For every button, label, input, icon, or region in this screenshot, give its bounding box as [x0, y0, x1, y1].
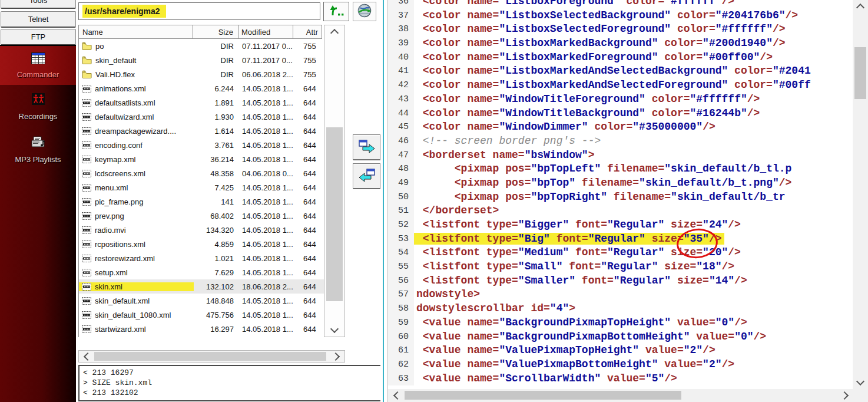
file-row[interactable]: skin_default.xml148.84814.05.2018 1...64… [79, 294, 324, 308]
remote-file-icon [82, 297, 91, 305]
code-line: 59 <value name="BackgroundPixmapTopHeigh… [388, 316, 852, 330]
panel-splitter[interactable] [380, 0, 387, 402]
file-modified: 14.05.2018 1... [240, 127, 295, 136]
editor-scroll-up-icon[interactable] [853, 0, 868, 13]
sidebar-button-tools[interactable]: Tools [1, 0, 76, 9]
file-row[interactable]: prev.png68.40214.05.2018 1...644 [79, 209, 324, 223]
code-line-text: <listfont type="Small" font="Regular" si… [414, 260, 734, 274]
file-row[interactable]: Vali.HD.flexDIR06.06.2018 2...755 [79, 67, 324, 81]
sidebar-button-telnet[interactable]: Telnet [1, 11, 76, 28]
file-row[interactable]: skin_defaultDIR07.11.2017 0...755 [79, 53, 324, 67]
code-line-text: <color name="ListboxMarkedAndSelectedFor… [414, 78, 811, 93]
editor-scroll-right-icon[interactable] [840, 391, 849, 400]
file-modified: 07.11.2017 0... [240, 42, 295, 51]
file-modified: 18.06.2018 2... [240, 282, 295, 291]
remote-file-icon [82, 325, 91, 333]
scroll-up-arrow-icon[interactable] [324, 25, 344, 38]
file-row[interactable]: defaultsatlists.xml1.89114.05.2018 1...6… [79, 95, 324, 110]
file-row[interactable]: rcpositions.xml4.85914.05.2018 1...644 [79, 237, 324, 251]
sidebar-item-mp3-playlists-label: MP3 Playlists [15, 155, 61, 164]
dancers-icon [31, 93, 46, 109]
file-row[interactable]: menu.xml7.42514.05.2018 1...644 [79, 180, 324, 195]
file-attr: 755 [295, 70, 324, 79]
column-header-modified[interactable]: Modified [238, 25, 293, 39]
file-list-vertical-scrollbar[interactable] [324, 25, 345, 337]
editor-horizontal-scrollbar[interactable] [388, 389, 868, 402]
file-name-cell-highlighted: skin.xml [79, 282, 194, 291]
file-row[interactable]: animations.xml6.24414.05.2018 1...644 [79, 81, 324, 95]
parent-directory-button[interactable] [323, 2, 349, 21]
file-row[interactable]: startwizard.xml16.29714.05.2018 1...644 [79, 322, 324, 336]
line-number: 49 [388, 176, 414, 190]
file-name-cell: defaultwizard.xml [79, 113, 194, 121]
line-number: 42 [388, 78, 414, 93]
file-row[interactable]: skin.xml132.10218.06.2018 2...644 [79, 279, 324, 294]
editor-hscroll-thumb[interactable] [405, 391, 681, 400]
file-list-horizontal-scrollbar[interactable] [78, 350, 345, 363]
file-modified: 04.06.2018 0... [240, 169, 295, 178]
file-name: skin_default.xml [95, 296, 150, 305]
file-name: prev.png [95, 212, 124, 220]
line-number: 51 [388, 204, 414, 218]
editor-vertical-scrollbar[interactable] [853, 0, 868, 389]
file-row[interactable]: defaultwizard.xml1.93014.05.2018 1...644 [79, 110, 324, 124]
file-row[interactable]: pic_frame.png14114.05.2018 1...644 [79, 195, 324, 209]
file-attr: 644 [295, 141, 324, 150]
sidebar-button-ftp[interactable]: FTP [1, 29, 76, 45]
file-row[interactable]: encoding.conf3.76114.05.2018 1...644 [79, 138, 324, 152]
code-line: 47 <borderset name="bsWindow"> [388, 149, 852, 163]
file-name: skin_default_1080.xml [95, 311, 171, 319]
remote-path-input[interactable]: /usr/share/enigma2 [78, 2, 320, 20]
line-number: 38 [388, 22, 414, 37]
code-area[interactable]: 36 <color name="ListboxForeground" color… [388, 0, 852, 389]
file-attr: 644 [295, 282, 324, 291]
sidebar-item-commander[interactable]: Commander [0, 46, 76, 85]
file-size: 148.848 [194, 296, 240, 305]
remote-file-list[interactable]: poDIR07.11.2017 0...755skin_defaultDIR07… [78, 39, 345, 337]
column-header-attr[interactable]: Attr [293, 25, 322, 39]
file-row[interactable]: setup.xml7.62914.05.2018 1...644 [79, 265, 324, 279]
sidebar-item-recordings[interactable]: Recordings [0, 85, 76, 128]
editor-scroll-down-icon[interactable] [853, 376, 868, 389]
code-line: 63 <value name="ScrollbarWidth" value="5… [388, 372, 852, 386]
file-row[interactable]: radio.mvi134.32014.05.2018 1...644 [79, 223, 324, 237]
refresh-connection-button[interactable] [353, 2, 376, 21]
file-name-cell: menu.xml [79, 183, 194, 192]
file-size: 3.761 [194, 141, 240, 150]
editor-scroll-left-icon[interactable] [393, 391, 402, 400]
scroll-left-arrow-icon[interactable] [84, 352, 92, 361]
file-list-scroll-thumb[interactable] [326, 127, 343, 301]
file-list-hscroll-thumb[interactable] [94, 352, 326, 361]
remote-file-icon [82, 212, 91, 220]
file-row[interactable]: lcdscreens.xml48.35804.06.2018 0...644 [79, 166, 324, 180]
file-modified: 14.05.2018 1... [240, 311, 295, 319]
xml-editor[interactable]: 36 <color name="ListboxForeground" color… [387, 0, 868, 402]
file-modified: 14.05.2018 1... [240, 325, 295, 334]
sidebar-item-mp3-playlists[interactable]: MP3 Playlists [0, 128, 76, 172]
file-size: 36.214 [194, 155, 240, 164]
code-line-text: dowstylescrollbar id="4"> [414, 302, 575, 316]
file-row[interactable]: poDIR07.11.2017 0...755 [79, 39, 324, 53]
file-row[interactable]: skin_default_1080.xml475.75614.05.2018 1… [79, 308, 324, 322]
line-number: 41 [388, 64, 414, 78]
file-size: 132.102 [194, 282, 240, 291]
download-transfer-button[interactable] [353, 134, 380, 160]
scroll-down-arrow-icon[interactable] [324, 324, 344, 337]
line-number: 48 [388, 162, 414, 176]
scroll-right-arrow-icon[interactable] [332, 352, 340, 361]
code-line: 43 <color name="WindowTitleForeground" c… [388, 93, 852, 107]
column-header-size[interactable]: Size [193, 25, 238, 39]
column-header-name[interactable]: Name [78, 25, 193, 39]
code-line-text: <listfont type="Big" font="Regular" size… [414, 232, 722, 246]
file-name-cell: radio.mvi [79, 226, 194, 235]
code-line: 39 <color name="ListboxMarkedBackground"… [388, 37, 852, 51]
file-row[interactable]: dreampackagewizard....1.61414.05.2018 1.… [79, 124, 324, 138]
ftp-commander-window: Tools Telnet FTP Commander [0, 0, 868, 402]
editor-vscroll-thumb[interactable] [854, 47, 866, 99]
upload-transfer-button[interactable] [353, 163, 380, 189]
file-modified: 14.05.2018 1... [240, 183, 295, 192]
file-row[interactable]: keymap.xml36.21414.05.2018 1...644 [79, 152, 324, 166]
file-row[interactable]: restorewizard.xml1.02114.05.2018 1...644 [79, 251, 324, 265]
file-attr: 644 [295, 268, 324, 277]
file-name: restorewizard.xml [95, 254, 155, 263]
